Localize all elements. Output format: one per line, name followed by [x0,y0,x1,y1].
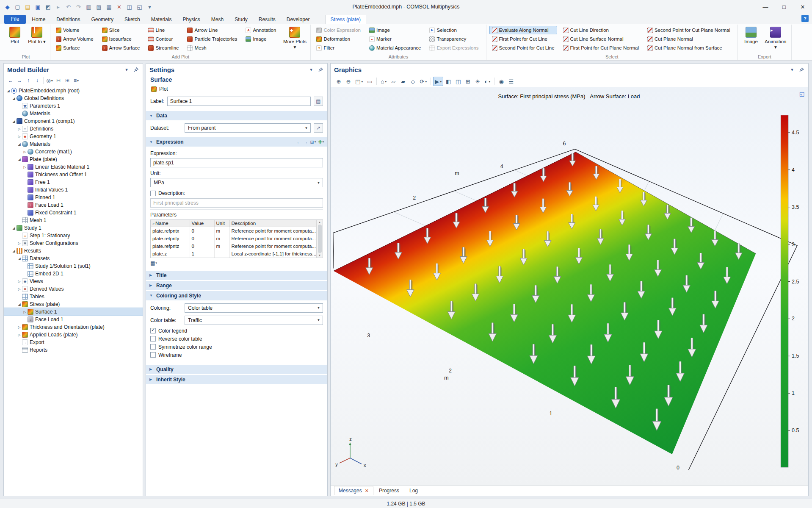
rotate-view-icon[interactable]: ⟳▾ [418,77,428,86]
tree-item-plateembedded-mph-root[interactable]: ◢PlateEmbedded.mph (root) [4,87,143,94]
tree-item-pinned-1[interactable]: Pinned 1 [4,194,143,201]
go-to-default-3d-view-icon[interactable]: ⌂▾ [379,77,388,86]
tree-expander-icon[interactable]: ▷ [17,280,22,283]
ribbon-item-first-point-for-cut-line[interactable]: First Point for Cut Line [489,35,557,43]
ribbon-tab-home[interactable]: Home [27,15,50,24]
tree-item-materials[interactable]: Materials [4,110,143,117]
param-value[interactable]: 0 [190,242,214,250]
undock-plot-icon[interactable]: ◱ [798,90,806,97]
ribbon-button-image[interactable]: Image [740,25,762,45]
previous-expression-icon[interactable]: ← [297,139,301,144]
tree-item-reports[interactable]: Reports [4,346,143,354]
table-row[interactable]: plate.refpntx0mReference point for momen… [151,227,316,235]
run-icon[interactable]: ▸ [53,2,63,12]
param-name[interactable]: plate.refpntx [151,227,190,235]
tree-expander-icon[interactable]: ▷ [22,150,28,154]
param-unit[interactable] [214,250,229,258]
dataset-select[interactable]: From parent ▼ [185,123,311,133]
pin-icon[interactable] [317,66,324,73]
tree-expander-icon[interactable]: ◢ [11,97,17,100]
color-theme-icon[interactable]: ◐▾ [483,77,492,86]
column-header-value[interactable]: Value [190,220,214,227]
ribbon-item-evaluate-along-normal[interactable]: Evaluate Along Normal [489,26,557,34]
tree-item-parameters-1[interactable]: Parameters 1 [4,102,143,110]
plot-button[interactable]: Plot [150,85,171,93]
ribbon-tab-physics[interactable]: Physics [177,15,205,24]
expression-input[interactable]: plate.sp1 [150,158,323,167]
ribbon-item-isosurface[interactable]: Isosurface [99,35,143,43]
param-description[interactable]: Reference point for moment computa... [229,235,316,242]
ribbon-item-arrow-volume[interactable]: Arrow Volume [53,35,96,43]
tree-item-solver-configurations[interactable]: ▷Solver Configurations [4,239,143,247]
coloring-select[interactable]: Color table ▼ [185,303,323,313]
table-scrollbar[interactable]: ▲ ▼ [316,220,323,258]
tree-item-stress-plate[interactable]: ◢Stress (plate) [4,300,143,308]
param-value[interactable]: 0 [190,235,214,242]
scroll-up-icon[interactable]: ▲ [318,221,321,224]
ribbon-item-image[interactable]: Image [367,26,423,34]
tree-item-face-load-1[interactable]: Face Load 1 [4,316,143,323]
close-button[interactable]: ✕ [793,0,812,13]
table-row[interactable]: plate.refpnty0mReference point for momen… [151,235,316,242]
tree-item-materials[interactable]: ◢Materials [4,140,143,148]
ribbon-tab-results[interactable]: Results [254,15,281,24]
section-collapse-icon[interactable]: ▼ [149,294,154,297]
ribbon-item-cut-plane-normal-from-surface[interactable]: Cut Plane Normal from Surface [645,44,733,52]
go-forward-icon[interactable]: → [15,76,24,85]
zoom-extents-icon[interactable]: ◳▾ [354,77,365,86]
tree-expander-icon[interactable]: ◢ [17,142,22,146]
section-collapse-icon[interactable]: ▼ [149,140,154,144]
go-to-source-button[interactable]: ↗ [314,123,323,133]
pin-icon[interactable] [133,66,139,73]
maximize-button[interactable]: □ [775,0,793,13]
ribbon-tab-mesh[interactable]: Mesh [206,15,229,24]
column-header-unit[interactable]: Unit [214,220,229,227]
tree-expander-icon[interactable]: ◢ [11,119,17,123]
range-section-header[interactable]: ▶ Range [146,281,327,290]
add-replace-expression-icon[interactable]: ✚▾ [318,139,324,145]
tree-expander-icon[interactable]: ▷ [22,310,28,314]
ribbon-item-annotation[interactable]: Annotation [243,26,279,34]
ribbon-button-more-plots[interactable]: More Plots ▾ [281,25,308,51]
color-table-select[interactable]: Traffic ▼ [185,316,323,325]
scrollbar-thumb[interactable] [318,225,322,253]
section-expand-icon[interactable]: ▶ [149,378,154,381]
copy-icon[interactable]: ▥ [84,2,94,12]
scene-light-icon[interactable]: ☀ [473,77,482,86]
tree-expander-icon[interactable]: ◢ [17,303,22,306]
snapshot-icon[interactable]: ◉ [497,77,506,86]
tree-item-study-1[interactable]: ◢Study 1 [4,224,143,232]
ribbon-item-first-point-for-cut-plane-normal[interactable]: First Point for Cut Plane Normal [561,44,641,52]
model-manager-icon[interactable]: ◩ [43,2,53,12]
tree-expander-icon[interactable]: ◢ [17,158,22,161]
minimize-button[interactable]: — [756,0,775,13]
ribbon-item-image[interactable]: Image [243,35,279,43]
symmetrize-color-range-checkbox[interactable] [150,344,156,350]
panel-menu-icon[interactable]: ▾ [789,66,795,73]
column-header-name[interactable]: »Name [151,220,190,227]
ribbon-item-volume[interactable]: Volume [53,26,96,34]
tree-item-concrete-mat1[interactable]: ▷Concrete (mat1) [4,148,143,155]
tree-item-thickness-and-orientation-plate[interactable]: ▷Thickness and Orientation (plate) [4,323,143,331]
section-expand-icon[interactable]: ▶ [149,273,154,277]
tree-expander-icon[interactable]: ◢ [17,257,22,261]
param-unit[interactable]: m [214,242,229,250]
tree-item-linear-elastic-material-1[interactable]: ▷Linear Elastic Material 1 [4,163,143,171]
tree-item-embed-2d-1[interactable]: Embed 2D 1 [4,270,143,278]
tree-item-datasets[interactable]: ◢Datasets [4,255,143,262]
ribbon-item-deformation[interactable]: Deformation [314,35,363,43]
help-button[interactable]: ? [801,15,809,22]
comsol-logo-icon[interactable]: ◆ [3,2,12,12]
tree-item-results[interactable]: ◢Results [4,247,143,255]
new-file-icon[interactable]: ▢ [13,2,22,12]
orthographic-projection-icon[interactable]: ◇ [408,77,417,86]
tree-item-geometry-1[interactable]: ▷Geometry 1 [4,133,143,140]
tree-item-mesh-1[interactable]: Mesh 1 [4,217,143,224]
tree-item-component-1-comp1[interactable]: ◢Component 1 (comp1) [4,117,143,125]
delete-icon[interactable]: ✕ [114,2,124,12]
param-description[interactable]: Local z-coordinate [-1,1] for thickness.… [229,250,316,258]
ribbon-item-cut-line-surface-normal[interactable]: Cut Line Surface Normal [561,35,641,43]
move-up-icon[interactable]: ↑ [24,76,33,85]
tree-item-thickness-and-offset-1[interactable]: Thickness and Offset 1 [4,171,143,178]
bottom-tab-messages[interactable]: Messages✕ [334,486,373,495]
